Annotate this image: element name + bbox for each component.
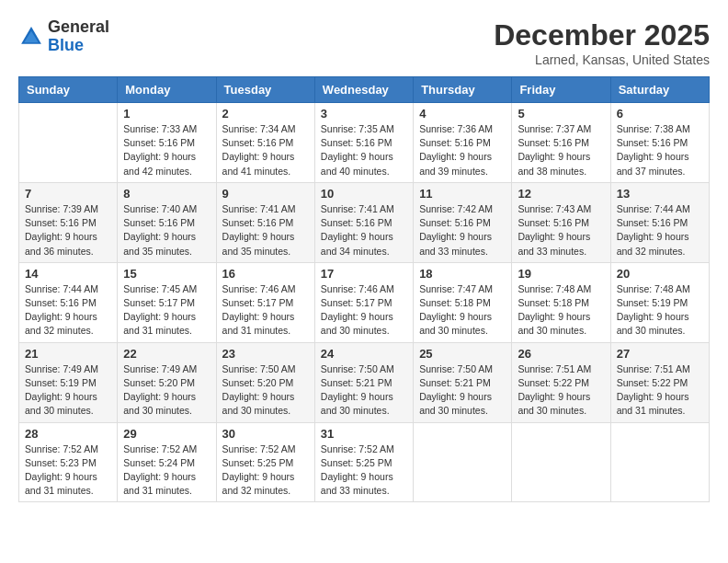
calendar-cell: 16Sunrise: 7:46 AMSunset: 5:17 PMDayligh… bbox=[216, 262, 314, 342]
day-number: 13 bbox=[617, 187, 703, 201]
day-info: Sunrise: 7:33 AMSunset: 5:16 PMDaylight:… bbox=[123, 122, 210, 178]
day-info: Sunrise: 7:46 AMSunset: 5:17 PMDaylight:… bbox=[321, 282, 407, 339]
calendar-week-1: 7Sunrise: 7:39 AMSunset: 5:16 PMDaylight… bbox=[19, 182, 710, 262]
day-number: 17 bbox=[321, 267, 407, 281]
calendar-cell: 28Sunrise: 7:52 AMSunset: 5:23 PMDayligh… bbox=[19, 422, 118, 502]
calendar-cell: 21Sunrise: 7:49 AMSunset: 5:19 PMDayligh… bbox=[19, 342, 118, 422]
day-number: 6 bbox=[617, 107, 703, 121]
location: Larned, Kansas, United States bbox=[494, 52, 710, 67]
day-number: 19 bbox=[518, 267, 604, 281]
header-thursday: Thursday bbox=[414, 77, 512, 103]
day-number: 15 bbox=[123, 267, 210, 281]
logo-blue: Blue bbox=[48, 36, 84, 54]
day-number: 25 bbox=[419, 347, 506, 361]
day-number: 4 bbox=[419, 107, 506, 121]
calendar-cell: 11Sunrise: 7:42 AMSunset: 5:16 PMDayligh… bbox=[414, 182, 512, 262]
calendar-body: 1Sunrise: 7:33 AMSunset: 5:16 PMDaylight… bbox=[19, 103, 710, 502]
calendar-cell: 29Sunrise: 7:52 AMSunset: 5:24 PMDayligh… bbox=[118, 422, 216, 502]
calendar-week-3: 21Sunrise: 7:49 AMSunset: 5:19 PMDayligh… bbox=[19, 342, 710, 422]
calendar-cell bbox=[610, 422, 709, 502]
calendar-cell bbox=[19, 103, 118, 183]
logo-icon bbox=[18, 24, 44, 50]
month-title: December 2025 bbox=[494, 18, 710, 52]
day-info: Sunrise: 7:52 AMSunset: 5:25 PMDaylight:… bbox=[321, 442, 407, 499]
day-info: Sunrise: 7:42 AMSunset: 5:16 PMDaylight:… bbox=[419, 202, 506, 259]
calendar-cell: 26Sunrise: 7:51 AMSunset: 5:22 PMDayligh… bbox=[512, 342, 610, 422]
calendar-cell: 10Sunrise: 7:41 AMSunset: 5:16 PMDayligh… bbox=[314, 182, 413, 262]
logo-general: General bbox=[48, 17, 109, 36]
day-info: Sunrise: 7:38 AMSunset: 5:16 PMDaylight:… bbox=[617, 122, 703, 178]
day-number: 1 bbox=[123, 107, 210, 121]
day-info: Sunrise: 7:52 AMSunset: 5:24 PMDaylight:… bbox=[123, 442, 210, 499]
calendar-cell: 9Sunrise: 7:41 AMSunset: 5:16 PMDaylight… bbox=[216, 182, 314, 262]
day-info: Sunrise: 7:47 AMSunset: 5:18 PMDaylight:… bbox=[419, 282, 506, 339]
day-info: Sunrise: 7:50 AMSunset: 5:21 PMDaylight:… bbox=[321, 362, 407, 419]
calendar-cell: 7Sunrise: 7:39 AMSunset: 5:16 PMDaylight… bbox=[19, 182, 118, 262]
day-number: 8 bbox=[123, 187, 210, 201]
day-number: 23 bbox=[222, 347, 309, 361]
calendar-cell: 23Sunrise: 7:50 AMSunset: 5:20 PMDayligh… bbox=[216, 342, 314, 422]
day-info: Sunrise: 7:40 AMSunset: 5:16 PMDaylight:… bbox=[123, 202, 210, 259]
calendar-cell: 14Sunrise: 7:44 AMSunset: 5:16 PMDayligh… bbox=[19, 262, 118, 342]
day-number: 5 bbox=[518, 107, 604, 121]
day-info: Sunrise: 7:39 AMSunset: 5:16 PMDaylight:… bbox=[25, 202, 111, 259]
calendar-cell: 18Sunrise: 7:47 AMSunset: 5:18 PMDayligh… bbox=[414, 262, 512, 342]
day-number: 10 bbox=[321, 187, 407, 201]
calendar-cell: 30Sunrise: 7:52 AMSunset: 5:25 PMDayligh… bbox=[216, 422, 314, 502]
day-number: 3 bbox=[321, 107, 407, 121]
page-header: General Blue December 2025 Larned, Kansa… bbox=[18, 18, 710, 67]
day-number: 31 bbox=[321, 427, 407, 441]
day-info: Sunrise: 7:52 AMSunset: 5:23 PMDaylight:… bbox=[25, 442, 111, 499]
calendar-cell: 6Sunrise: 7:38 AMSunset: 5:16 PMDaylight… bbox=[610, 103, 709, 183]
calendar-week-0: 1Sunrise: 7:33 AMSunset: 5:16 PMDaylight… bbox=[19, 103, 710, 183]
day-info: Sunrise: 7:41 AMSunset: 5:16 PMDaylight:… bbox=[222, 202, 309, 259]
day-info: Sunrise: 7:52 AMSunset: 5:25 PMDaylight:… bbox=[222, 442, 309, 499]
day-number: 11 bbox=[419, 187, 506, 201]
title-area: December 2025 Larned, Kansas, United Sta… bbox=[494, 18, 710, 67]
header-row: SundayMondayTuesdayWednesdayThursdayFrid… bbox=[19, 77, 710, 103]
calendar-cell: 1Sunrise: 7:33 AMSunset: 5:16 PMDaylight… bbox=[118, 103, 216, 183]
calendar-cell: 25Sunrise: 7:50 AMSunset: 5:21 PMDayligh… bbox=[414, 342, 512, 422]
day-info: Sunrise: 7:46 AMSunset: 5:17 PMDaylight:… bbox=[222, 282, 309, 339]
logo-text: General Blue bbox=[48, 18, 109, 55]
calendar-header: SundayMondayTuesdayWednesdayThursdayFrid… bbox=[19, 77, 710, 103]
day-number: 14 bbox=[25, 267, 111, 281]
day-number: 22 bbox=[123, 347, 210, 361]
day-info: Sunrise: 7:44 AMSunset: 5:16 PMDaylight:… bbox=[25, 282, 111, 339]
logo: General Blue bbox=[18, 18, 109, 55]
day-info: Sunrise: 7:48 AMSunset: 5:19 PMDaylight:… bbox=[617, 282, 703, 339]
calendar-cell: 22Sunrise: 7:49 AMSunset: 5:20 PMDayligh… bbox=[118, 342, 216, 422]
day-info: Sunrise: 7:45 AMSunset: 5:17 PMDaylight:… bbox=[123, 282, 210, 339]
calendar-table: SundayMondayTuesdayWednesdayThursdayFrid… bbox=[18, 76, 710, 502]
calendar-cell bbox=[414, 422, 512, 502]
day-info: Sunrise: 7:51 AMSunset: 5:22 PMDaylight:… bbox=[518, 362, 604, 419]
day-info: Sunrise: 7:44 AMSunset: 5:16 PMDaylight:… bbox=[617, 202, 703, 259]
calendar-cell: 19Sunrise: 7:48 AMSunset: 5:18 PMDayligh… bbox=[512, 262, 610, 342]
day-info: Sunrise: 7:35 AMSunset: 5:16 PMDaylight:… bbox=[321, 122, 407, 178]
calendar-cell: 20Sunrise: 7:48 AMSunset: 5:19 PMDayligh… bbox=[610, 262, 709, 342]
calendar-cell: 2Sunrise: 7:34 AMSunset: 5:16 PMDaylight… bbox=[216, 103, 314, 183]
header-saturday: Saturday bbox=[610, 77, 709, 103]
calendar-cell: 4Sunrise: 7:36 AMSunset: 5:16 PMDaylight… bbox=[414, 103, 512, 183]
day-number: 24 bbox=[321, 347, 407, 361]
calendar-week-2: 14Sunrise: 7:44 AMSunset: 5:16 PMDayligh… bbox=[19, 262, 710, 342]
day-number: 2 bbox=[222, 107, 309, 121]
header-sunday: Sunday bbox=[19, 77, 118, 103]
day-number: 21 bbox=[25, 347, 111, 361]
day-info: Sunrise: 7:36 AMSunset: 5:16 PMDaylight:… bbox=[419, 122, 506, 178]
calendar-cell: 24Sunrise: 7:50 AMSunset: 5:21 PMDayligh… bbox=[314, 342, 413, 422]
day-info: Sunrise: 7:50 AMSunset: 5:20 PMDaylight:… bbox=[222, 362, 309, 419]
day-info: Sunrise: 7:37 AMSunset: 5:16 PMDaylight:… bbox=[518, 122, 604, 178]
day-info: Sunrise: 7:49 AMSunset: 5:20 PMDaylight:… bbox=[123, 362, 210, 419]
day-number: 30 bbox=[222, 427, 309, 441]
calendar-cell: 3Sunrise: 7:35 AMSunset: 5:16 PMDaylight… bbox=[314, 103, 413, 183]
day-number: 9 bbox=[222, 187, 309, 201]
header-tuesday: Tuesday bbox=[216, 77, 314, 103]
calendar-week-4: 28Sunrise: 7:52 AMSunset: 5:23 PMDayligh… bbox=[19, 422, 710, 502]
day-number: 28 bbox=[25, 427, 111, 441]
header-friday: Friday bbox=[512, 77, 610, 103]
calendar-cell bbox=[512, 422, 610, 502]
header-monday: Monday bbox=[118, 77, 216, 103]
day-number: 16 bbox=[222, 267, 309, 281]
day-info: Sunrise: 7:51 AMSunset: 5:22 PMDaylight:… bbox=[617, 362, 703, 419]
